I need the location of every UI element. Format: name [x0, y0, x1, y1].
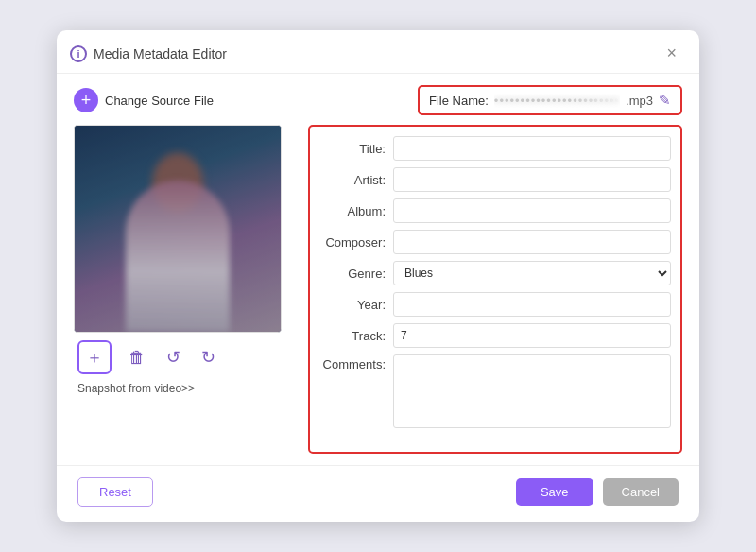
input-comments[interactable]	[393, 354, 671, 428]
snapshot-link[interactable]: Snapshot from video>>	[74, 382, 198, 395]
artwork-toolbar: ＋ 🗑 ↺ ↻	[74, 333, 282, 378]
filename-box: File Name: •••••••••••••••••••••••• .mp3…	[418, 85, 682, 115]
redo-icon: ↻	[201, 347, 215, 368]
label-composer: Composer:	[319, 235, 393, 250]
label-year: Year:	[319, 298, 393, 312]
filename-ext: .mp3	[626, 94, 653, 108]
redo-artwork-button[interactable]: ↻	[198, 343, 219, 371]
delete-artwork-button[interactable]: 🗑	[125, 344, 149, 371]
field-row-artist: Artist:	[319, 167, 671, 192]
filename-value: ••••••••••••••••••••••••	[494, 94, 620, 108]
input-year[interactable]	[393, 292, 671, 317]
label-artist: Artist:	[319, 173, 393, 187]
info-icon: i	[70, 45, 87, 62]
field-row-comments: Comments:	[319, 354, 671, 428]
undo-artwork-button[interactable]: ↺	[163, 343, 184, 371]
metadata-form: Title: Artist: Album: Composer: Genre:	[308, 125, 682, 454]
dialog-title: Media Metadata Editor	[94, 46, 227, 61]
field-row-composer: Composer:	[319, 230, 671, 254]
change-source-button[interactable]: + Change Source File	[74, 88, 214, 112]
field-row-track: Track:	[319, 323, 671, 348]
field-row-year: Year:	[319, 292, 671, 317]
filename-label: File Name:	[429, 94, 489, 108]
label-track: Track:	[319, 329, 393, 343]
input-album[interactable]	[393, 198, 671, 223]
delete-artwork-icon: 🗑	[129, 348, 146, 368]
input-track[interactable]	[393, 323, 671, 348]
input-composer[interactable]	[393, 230, 671, 254]
artwork-overlay	[75, 126, 281, 332]
label-album: Album:	[319, 204, 393, 218]
label-genre: Genre:	[319, 267, 393, 281]
add-artwork-button[interactable]: ＋	[77, 340, 112, 374]
artwork-container	[74, 125, 282, 333]
footer-right: Save Cancel	[516, 478, 679, 506]
input-artist[interactable]	[393, 167, 671, 192]
edit-filename-icon[interactable]: ✎	[659, 92, 671, 109]
label-title: Title:	[319, 142, 393, 156]
reset-button[interactable]: Reset	[77, 477, 153, 507]
field-row-title: Title:	[319, 136, 671, 161]
select-genre[interactable]: Blues Rock Pop Jazz Classical Country El…	[393, 261, 671, 285]
label-comments: Comments:	[319, 354, 393, 371]
toolbar: + Change Source File File Name: ••••••••…	[57, 74, 699, 125]
add-artwork-icon: ＋	[86, 346, 103, 369]
title-bar-left: i Media Metadata Editor	[70, 45, 227, 62]
field-row-genre: Genre: Blues Rock Pop Jazz Classical Cou…	[319, 261, 671, 285]
change-source-label: Change Source File	[105, 94, 214, 108]
footer: Reset Save Cancel	[57, 465, 699, 522]
undo-icon: ↺	[166, 347, 180, 368]
title-bar: i Media Metadata Editor ×	[57, 30, 699, 74]
left-panel: ＋ 🗑 ↺ ↻ Snapshot from video>>	[74, 125, 291, 454]
cancel-button[interactable]: Cancel	[603, 478, 679, 506]
media-metadata-dialog: i Media Metadata Editor × + Change Sourc…	[57, 30, 699, 522]
main-content: ＋ 🗑 ↺ ↻ Snapshot from video>> Title:	[57, 125, 699, 465]
add-source-icon: +	[74, 88, 98, 112]
input-title[interactable]	[393, 136, 671, 161]
save-button[interactable]: Save	[516, 478, 593, 506]
field-row-album: Album:	[319, 198, 671, 223]
close-button[interactable]: ×	[661, 42, 682, 65]
